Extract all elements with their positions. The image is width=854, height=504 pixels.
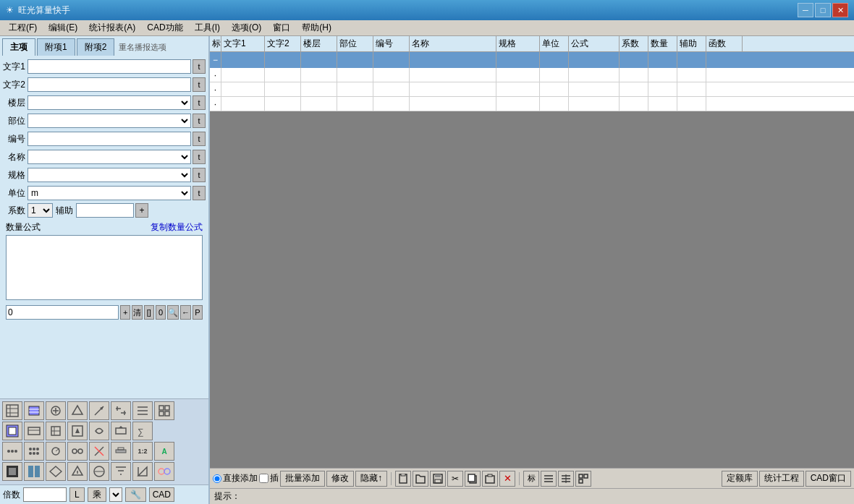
menu-item-cad[interactable]: CAD功能 [141, 20, 188, 35]
select-coeff[interactable]: 1 [28, 203, 53, 218]
menu-item-bangzhu[interactable]: 帮助(H) [296, 20, 337, 35]
tool-btn-4-8[interactable] [154, 462, 174, 481]
input-aux[interactable] [76, 203, 134, 218]
btn-t-unit[interactable]: t [193, 186, 206, 200]
table-row[interactable]: − [210, 52, 854, 68]
table-row[interactable]: · [210, 97, 854, 111]
btn-t-text2[interactable]: t [193, 77, 206, 92]
calc-bracket-btn[interactable]: [] [144, 305, 154, 320]
tool-btn-2-2[interactable] [24, 422, 44, 440]
tool-btn-2-5[interactable] [89, 422, 109, 440]
btn-t-spec[interactable]: t [193, 168, 206, 182]
btn-icon-tool[interactable]: 🔧 [125, 487, 146, 502]
input-text2[interactable] [28, 77, 191, 92]
tool-btn-1-2[interactable] [24, 401, 44, 420]
tab-attach2[interactable]: 附项2 [77, 38, 115, 56]
radio-direct-add[interactable]: 直接添加 [213, 472, 258, 484]
tool-btn-4-7[interactable] [132, 462, 153, 481]
btn-icon-open[interactable] [413, 471, 428, 487]
tool-btn-4-3[interactable] [46, 462, 66, 481]
tool-btn-1-3[interactable] [46, 401, 66, 420]
tool-btn-1-4[interactable] [67, 401, 88, 420]
menu-item-xuanxiang[interactable]: 选项(O) [226, 20, 267, 35]
btn-icon-paste[interactable] [482, 471, 498, 487]
th-collapse[interactable]: 标 [210, 36, 221, 51]
table-row[interactable]: · [210, 82, 854, 97]
menu-item-gongcheng[interactable]: 工程(F) [3, 20, 43, 35]
btn-t-dept[interactable]: t [193, 114, 206, 128]
btn-icon-mark[interactable]: 标 [523, 471, 539, 487]
tool-btn-3-1[interactable] [2, 442, 22, 461]
tool-btn-3-8[interactable]: A [154, 442, 174, 461]
tool-btn-3-4[interactable] [67, 442, 88, 461]
select-name[interactable] [28, 150, 191, 164]
btn-dinge-ku[interactable]: 定额库 [722, 471, 758, 487]
input-code[interactable] [28, 132, 191, 146]
btn-icon-copy[interactable] [465, 471, 481, 487]
tool-btn-1-8[interactable] [154, 401, 174, 420]
calc-zero-btn[interactable]: 0 [156, 305, 166, 320]
btn-modify[interactable]: 修改 [326, 471, 354, 487]
btn-t-name[interactable]: t [193, 150, 206, 164]
calc-search-btn[interactable]: 🔍 [167, 305, 179, 320]
check-insert[interactable]: 插 [259, 472, 279, 484]
btn-icon-grid[interactable] [575, 471, 591, 487]
calc-display[interactable] [6, 305, 119, 320]
btn-icon-cut[interactable]: ✂ [447, 471, 463, 487]
tool-btn-3-6[interactable] [111, 442, 131, 461]
tool-btn-4-4[interactable] [67, 462, 88, 481]
tool-btn-1-6[interactable] [111, 401, 131, 420]
tool-btn-1-1[interactable] [2, 401, 22, 420]
btn-icon-save[interactable] [430, 471, 446, 487]
input-text1[interactable] [28, 59, 191, 74]
btn-icon-rows[interactable] [541, 471, 557, 487]
btn-cad-window[interactable]: CAD窗口 [806, 471, 851, 487]
btn-t-text1[interactable]: t [193, 59, 206, 74]
maximize-button[interactable]: □ [815, 3, 831, 17]
menu-item-bianjie[interactable]: 编辑(E) [43, 20, 83, 35]
btn-cad[interactable]: CAD [149, 487, 174, 502]
tool-btn-2-1[interactable] [2, 422, 22, 440]
select-dept[interactable] [28, 114, 191, 128]
tool-btn-4-6[interactable] [111, 462, 131, 481]
tool-btn-3-2[interactable] [24, 442, 44, 461]
select-floor[interactable] [28, 95, 191, 110]
btn-batch-add[interactable]: 批量添加 [280, 471, 325, 487]
tool-btn-1-7[interactable] [132, 401, 153, 420]
tool-btn-2-7[interactable]: ∑ [132, 422, 153, 440]
tool-btn-4-5[interactable] [89, 462, 109, 481]
tool-btn-3-7[interactable]: 1:2 [132, 442, 153, 461]
select-spec[interactable] [28, 168, 191, 182]
btn-hide[interactable]: 隐藏↑ [355, 471, 387, 487]
tool-btn-3-5[interactable] [89, 442, 109, 461]
menu-item-gongju[interactable]: 工具(I) [189, 20, 226, 35]
input-beishu[interactable] [23, 487, 67, 502]
select-direction[interactable]: ↑ [109, 487, 122, 502]
tool-btn-2-3[interactable] [46, 422, 66, 440]
calc-clear-btn[interactable]: 清 [132, 305, 142, 320]
tab-main[interactable]: 主项 [2, 38, 35, 56]
tool-btn-3-3[interactable] [46, 442, 66, 461]
menu-item-tongji[interactable]: 统计报表(A) [83, 20, 141, 35]
btn-t-floor[interactable]: t [193, 95, 206, 110]
minimize-button[interactable]: ─ [798, 3, 813, 17]
tool-btn-4-2[interactable] [24, 462, 44, 481]
btn-L[interactable]: L [69, 487, 85, 502]
calc-back-btn[interactable]: ← [180, 305, 190, 320]
calc-p-btn[interactable]: P [193, 305, 203, 320]
btn-icon-delete[interactable]: ✕ [499, 471, 515, 487]
plus-button[interactable]: + [135, 203, 148, 218]
btn-t-code[interactable]: t [193, 132, 206, 146]
btn-tongji-gongcheng[interactable]: 统计工程 [759, 471, 804, 487]
tool-btn-2-4[interactable] [67, 422, 88, 440]
tool-btn-2-6[interactable] [111, 422, 131, 440]
tool-btn-1-5[interactable] [89, 401, 109, 420]
btn-icon-rows2[interactable] [558, 471, 574, 487]
close-button[interactable]: ✕ [832, 3, 848, 17]
tool-btn-4-1[interactable] [2, 462, 22, 481]
tab-attach1[interactable]: 附项1 [37, 38, 75, 56]
btn-cheng[interactable]: 乘 [88, 487, 106, 502]
copy-formula-link[interactable]: 复制数量公式 [151, 221, 203, 234]
menu-item-chuangkou[interactable]: 窗口 [267, 20, 296, 35]
select-unit[interactable]: m [28, 186, 191, 200]
